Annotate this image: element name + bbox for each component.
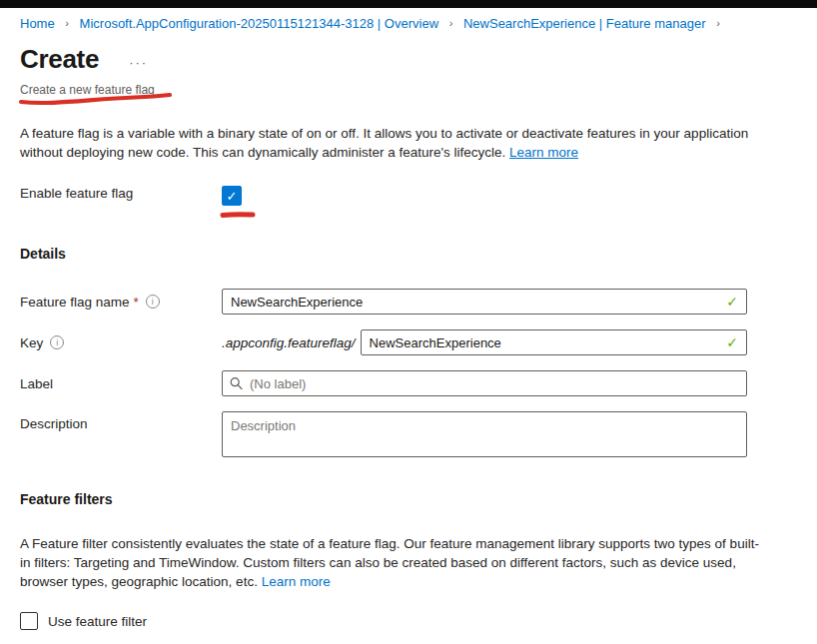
enable-feature-flag-checkbox-wrap: ✓: [222, 186, 242, 206]
details-heading: Details: [20, 246, 797, 262]
description-row: Description: [20, 411, 797, 457]
intro-text: A feature flag is a variable with a bina…: [20, 125, 752, 162]
intro-text-body: A feature flag is a variable with a bina…: [20, 126, 748, 160]
use-feature-filter-label: Use feature filter: [48, 614, 147, 629]
breadcrumb-feature-manager[interactable]: NewSearchExperience | Feature manager: [463, 16, 706, 31]
checkmark-icon: ✓: [227, 189, 238, 204]
feature-flag-name-field: ✓: [222, 289, 747, 315]
page-header: Create ···: [20, 44, 797, 75]
learn-more-link-feature-filters[interactable]: Learn more: [262, 574, 331, 589]
use-feature-filter-row: Use feature filter: [20, 612, 797, 630]
breadcrumb-appconfig-overview[interactable]: Microsoft.AppConfiguration-2025011512134…: [80, 16, 438, 31]
feature-filters-text: A Feature filter consistently evaluates …: [20, 534, 759, 591]
description-label: Description: [20, 411, 222, 431]
enable-feature-flag-label: Enable feature flag: [20, 186, 222, 201]
learn-more-link-feature-flag[interactable]: Learn more: [509, 145, 578, 160]
feature-flag-name-label-text: Feature flag name: [20, 295, 130, 310]
breadcrumb-separator: ›: [449, 17, 453, 29]
window-top-bar: [0, 0, 817, 8]
create-feature-flag-page: Home › Microsoft.AppConfiguration-202501…: [0, 16, 817, 630]
label-field: [222, 370, 747, 396]
breadcrumb-separator: ›: [65, 17, 69, 29]
breadcrumb-home[interactable]: Home: [20, 16, 55, 31]
enable-feature-flag-row: Enable feature flag ✓: [20, 186, 797, 206]
label-input[interactable]: [222, 370, 747, 396]
key-input[interactable]: [361, 329, 747, 355]
info-icon[interactable]: i: [146, 295, 160, 309]
label-field-label-text: Label: [20, 376, 53, 391]
use-feature-filter-checkbox[interactable]: [20, 612, 38, 630]
feature-filters-heading: Feature filters: [20, 491, 797, 507]
breadcrumb: Home › Microsoft.AppConfiguration-202501…: [20, 16, 797, 31]
breadcrumb-separator: ›: [716, 17, 720, 29]
label-field-label: Label: [20, 376, 222, 391]
label-row: Label: [20, 370, 797, 396]
page-subtitle: Create a new feature flag: [20, 83, 155, 97]
context-menu-button[interactable]: ···: [129, 55, 148, 70]
required-asterisk: *: [134, 295, 139, 310]
info-icon[interactable]: i: [50, 335, 64, 349]
feature-flag-name-label: Feature flag name * i: [20, 295, 222, 310]
enable-feature-flag-checkbox[interactable]: ✓: [222, 186, 242, 206]
red-underline-annotation: [220, 210, 256, 220]
feature-flag-name-row: Feature flag name * i ✓: [20, 289, 797, 315]
description-label-text: Description: [20, 416, 88, 431]
page-title: Create: [20, 44, 99, 75]
key-prefix: .appconfig.featureflag/: [222, 335, 356, 350]
feature-filters-text-body: A Feature filter consistently evaluates …: [20, 536, 759, 589]
key-input-wrap: ✓: [361, 329, 747, 355]
key-label: Key i: [20, 335, 222, 350]
description-textarea[interactable]: [222, 411, 747, 457]
feature-flag-name-input[interactable]: [222, 289, 747, 315]
details-form: Feature flag name * i ✓ Key i .appconfig…: [20, 289, 797, 457]
key-label-text: Key: [20, 335, 43, 350]
key-row: Key i .appconfig.featureflag/ ✓: [20, 329, 797, 355]
page-subtitle-wrap: Create a new feature flag: [20, 80, 797, 96]
key-field: .appconfig.featureflag/ ✓: [222, 329, 747, 355]
